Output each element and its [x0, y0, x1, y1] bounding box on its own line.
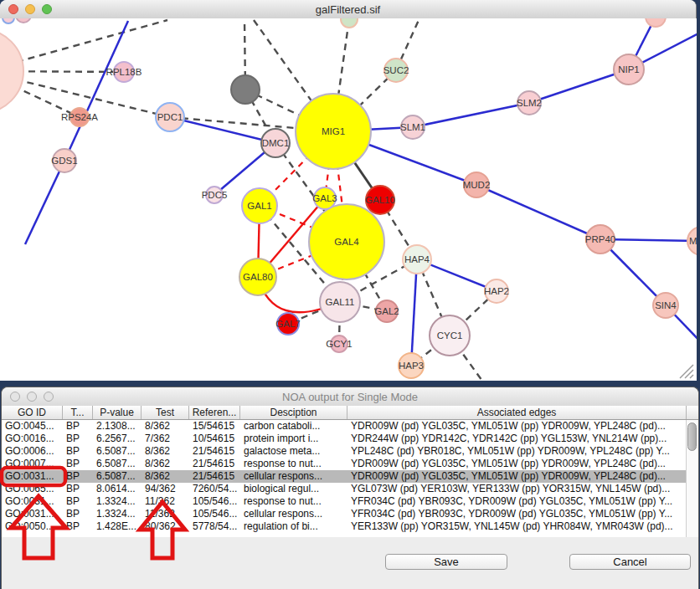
node-label-gal7: GAL7 — [275, 319, 300, 329]
cancel-button[interactable]: Cancel — [569, 554, 691, 570]
column-header-test[interactable]: Test — [142, 406, 189, 419]
cell-reference: 10/54615 — [189, 433, 240, 445]
table-row[interactable]: GO:0065...BP8.0614...94/3627260/54...bio… — [2, 483, 698, 495]
edge-pp — [25, 161, 64, 244]
cell-type: BP — [63, 420, 93, 433]
column-header-desciption[interactable]: Desciption — [240, 406, 347, 419]
cell-p-value: 6.2567... — [93, 433, 142, 445]
cell-reference: 21/54615 — [189, 470, 240, 483]
traffic-lights-inactive — [10, 392, 54, 402]
node-greenc[interactable] — [341, 18, 358, 28]
table-row[interactable]: GO:0031...BP1.3324...11/362105/546...res… — [2, 495, 698, 508]
cell-associated-edges: YGL073W (pd) YER103W, YER133W (pp) YOR31… — [347, 483, 687, 495]
node-label-dmc1: DMC1 — [262, 138, 290, 148]
node-label-rpl18b: RPL18B — [106, 67, 142, 77]
close-button[interactable] — [8, 4, 18, 14]
cell-associated-edges: YPL248C (pd) YBR018C, YML051W (pp) YDR00… — [347, 445, 687, 458]
node-label-slm1: SLM1 — [400, 122, 425, 132]
scrollbar-thumb[interactable] — [687, 423, 697, 451]
node-bigl[interactable] — [0, 29, 23, 113]
zoom-button[interactable] — [44, 392, 54, 402]
minimize-button[interactable] — [27, 392, 37, 402]
edge-pp — [413, 103, 529, 127]
cell-type: BP — [63, 508, 93, 520]
cell-associated-edges: YFR034C (pd) YBR093C, YDR009W (pd) YGL03… — [347, 495, 687, 508]
node-label-gcy1: GCY1 — [326, 339, 352, 349]
graph-window-title: galFiltered.sif — [316, 3, 380, 16]
edge-pp — [476, 185, 600, 239]
column-header-t[interactable]: T... — [63, 406, 93, 419]
results-table: GO IDT...P-valueTestReferen...Desciption… — [2, 406, 698, 537]
cell-go-id: GO:0016... — [2, 433, 63, 445]
cell-go-id: GO:0045... — [2, 420, 63, 433]
cell-type: BP — [63, 483, 93, 495]
cell-description: cellular respons... — [240, 508, 347, 520]
node-label-prp40: PRP40 — [585, 234, 615, 244]
cell-test: 11/362 — [142, 508, 189, 520]
column-header-stub — [687, 406, 698, 419]
table-row[interactable]: GO:0006...BP6.5087...8/36221/54615galact… — [2, 445, 698, 458]
save-button[interactable]: Save — [385, 554, 507, 570]
cell-go-id: GO:0065... — [2, 483, 63, 495]
column-header-referen[interactable]: Referen... — [189, 406, 240, 419]
noa-window-titlebar[interactable]: NOA output for Single Mode — [2, 387, 698, 407]
table-row[interactable]: GO:0031...BP1.3324...11/362105/546...cel… — [2, 508, 698, 520]
cell-reference: 15/54615 — [189, 420, 240, 433]
cell-test: 8/362 — [142, 420, 189, 433]
cell-test: 8/362 — [142, 445, 189, 458]
close-button[interactable] — [10, 392, 20, 402]
node-gray[interactable] — [231, 75, 260, 104]
node-clipa[interactable] — [3, 18, 14, 23]
node-clipb[interactable] — [16, 18, 31, 23]
node-label-hap4: HAP4 — [404, 254, 430, 264]
table-row-selected[interactable]: GO:0031...BP6.5087...8/36221/54615cellul… — [2, 470, 698, 483]
node-cliptr[interactable] — [646, 18, 666, 27]
node-label-rps24a: RPS24A — [61, 112, 98, 122]
minimize-button[interactable] — [25, 4, 35, 14]
cell-test: 8/362 — [142, 470, 189, 483]
network-canvas[interactable]: RPL18BRPS24AGDS1PDC1MIG1DMC1SUC2SLM1SLM2… — [0, 18, 697, 381]
cell-test: 8/362 — [142, 458, 189, 470]
noa-window-title: NOA output for Single Mode — [282, 391, 418, 403]
cell-type: BP — [63, 470, 93, 483]
node-label-gal3: GAL3 — [312, 193, 337, 203]
zoom-button[interactable] — [42, 4, 52, 14]
node-label-gal2: GAL2 — [374, 306, 399, 316]
traffic-lights — [8, 4, 52, 14]
node-label-gal4: GAL4 — [334, 237, 359, 247]
cell-go-id: GO:0006... — [2, 445, 63, 458]
node-label-gal1: GAL1 — [247, 201, 271, 211]
resize-grip-line[interactable] — [690, 375, 693, 378]
table-row[interactable]: GO:0007...BP6.5087...8/36221/54615respon… — [2, 458, 698, 470]
table-row[interactable]: GO:0050...BP1.428E...80/3625778/54...reg… — [2, 520, 698, 533]
cell-description: response to nut... — [240, 495, 347, 508]
cell-p-value: 6.5087... — [93, 458, 142, 470]
cell-description: galactose meta... — [240, 445, 347, 458]
node-label-mud2: MUD2 — [463, 180, 491, 190]
column-header-goid[interactable]: GO ID — [2, 406, 63, 419]
cell-p-value: 2.1308... — [93, 420, 142, 433]
vertical-scrollbar[interactable] — [686, 420, 698, 537]
cell-p-value: 1.3324... — [93, 508, 142, 520]
column-header-associatededges[interactable]: Associated edges — [347, 406, 687, 419]
table-row[interactable]: GO:0045...BP2.1308...8/36215/54615carbon… — [2, 420, 698, 433]
table-header-row: GO IDT...P-valueTestReferen...Desciption… — [2, 406, 698, 420]
table-row[interactable]: GO:0016...BP6.2567...7/36210/54615protei… — [2, 433, 698, 445]
cell-go-id: GO:0031... — [2, 495, 63, 508]
cell-associated-edges: YDR009W (pd) YGL035C, YML051W (pp) YDR00… — [347, 420, 687, 433]
cell-description: response to nut... — [240, 458, 347, 470]
cell-go-id: GO:0050... — [2, 520, 63, 533]
cell-associated-edges: YDR244W (pp) YDR142C, YDR142C (pp) YGL15… — [347, 433, 687, 445]
node-label-slm2: SLM2 — [517, 98, 542, 108]
edge-pp — [64, 21, 128, 161]
graph-window-titlebar[interactable]: galFiltered.sif — [0, 0, 696, 19]
column-header-pvalue[interactable]: P-value — [93, 406, 142, 419]
cell-reference: 5778/54... — [189, 520, 240, 533]
cell-type: BP — [63, 445, 93, 458]
cell-type: BP — [63, 520, 93, 533]
node-label-hap2: HAP2 — [484, 286, 509, 296]
cell-p-value: 6.5087... — [93, 470, 142, 483]
node-label-gal11: GAL11 — [326, 297, 355, 307]
cell-type: BP — [63, 458, 93, 470]
cell-go-id: GO:0031... — [2, 508, 63, 520]
